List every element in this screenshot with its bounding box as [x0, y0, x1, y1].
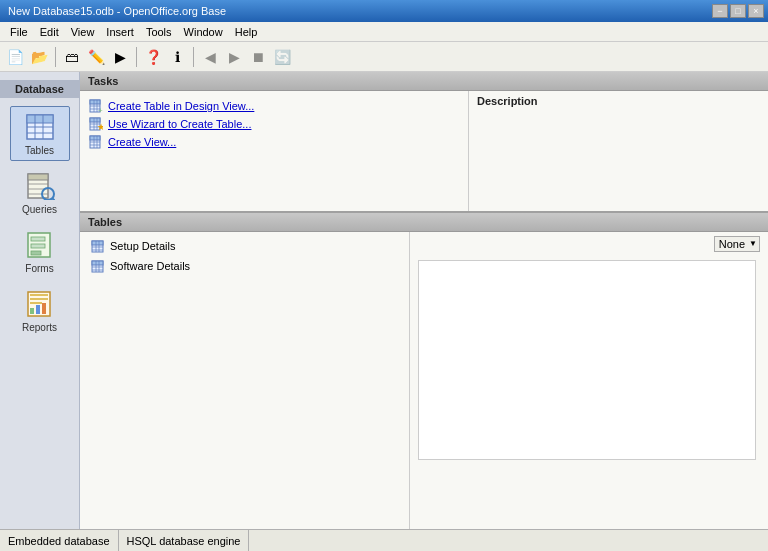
menu-insert[interactable]: Insert: [100, 24, 140, 40]
svg-text:★: ★: [97, 122, 103, 131]
window-title: New Database15.odb - OpenOffice.org Base: [4, 5, 226, 17]
svg-rect-20: [30, 302, 42, 304]
menu-view[interactable]: View: [65, 24, 101, 40]
toolbar: 📄 📂 🗃 ✏️ ▶ ❓ ℹ ◀ ▶ ⏹ 🔄: [0, 42, 768, 72]
status-right: HSQL database engine: [119, 530, 250, 551]
status-left: Embedded database: [0, 530, 119, 551]
db-new-button[interactable]: 🗃: [61, 46, 83, 68]
tasks-header: Tasks: [80, 72, 768, 91]
svg-rect-25: [90, 100, 100, 104]
db-open-button[interactable]: ▶: [109, 46, 131, 68]
main-area: Database Tables: [0, 72, 768, 529]
toolbar-sep-1: [55, 47, 56, 67]
open-button[interactable]: 📂: [28, 46, 50, 68]
sidebar-item-queries[interactable]: Queries: [10, 165, 70, 220]
task-create-design-icon: +: [88, 98, 104, 114]
new-button[interactable]: 📄: [4, 46, 26, 68]
menu-file[interactable]: File: [4, 24, 34, 40]
menu-bar: File Edit View Insert Tools Window Help: [0, 22, 768, 42]
tables-list: Setup Details: [80, 232, 410, 529]
menu-help[interactable]: Help: [229, 24, 264, 40]
db-edit-button[interactable]: ✏️: [85, 46, 107, 68]
tasks-area: + Create Table in Design View...: [80, 91, 768, 213]
description-panel: Description: [468, 91, 768, 211]
table-software-label: Software Details: [110, 260, 190, 272]
task-create-view-icon: [88, 134, 104, 150]
menu-tools[interactable]: Tools: [140, 24, 178, 40]
sidebar-item-reports[interactable]: Reports: [10, 283, 70, 338]
svg-rect-39: [90, 136, 100, 140]
svg-rect-16: [31, 251, 41, 255]
svg-rect-1: [27, 115, 53, 123]
tables-section-header: Tables: [80, 213, 768, 232]
status-bar: Embedded database HSQL database engine: [0, 529, 768, 551]
table-setup-label: Setup Details: [110, 240, 175, 252]
svg-rect-45: [92, 241, 103, 245]
sidebar-item-reports-label: Reports: [22, 322, 57, 333]
tables-icon: [24, 111, 56, 143]
window-controls: − □ ×: [712, 4, 764, 18]
maximize-button[interactable]: □: [730, 4, 746, 18]
svg-rect-19: [30, 298, 48, 300]
svg-rect-7: [28, 174, 48, 180]
task-wizard-icon: ★: [88, 116, 104, 132]
table-preview-panel: None ▼: [410, 232, 768, 529]
svg-text:+: +: [98, 106, 103, 113]
help-button[interactable]: ❓: [142, 46, 164, 68]
sidebar-item-forms-label: Forms: [25, 263, 53, 274]
nav-forward-button[interactable]: ▶: [223, 46, 245, 68]
info-button[interactable]: ℹ: [166, 46, 188, 68]
reports-icon: [24, 288, 56, 320]
content-area: Tasks +: [80, 72, 768, 529]
svg-rect-51: [92, 261, 103, 265]
task-wizard-label: Use Wizard to Create Table...: [108, 118, 251, 130]
nav-stop-button[interactable]: ⏹: [247, 46, 269, 68]
svg-rect-14: [31, 237, 45, 241]
svg-rect-22: [36, 305, 40, 314]
forms-icon: [24, 229, 56, 261]
sidebar-item-forms[interactable]: Forms: [10, 224, 70, 279]
tasks-section: Tasks +: [80, 72, 768, 213]
task-wizard[interactable]: ★ Use Wizard to Create Table...: [88, 115, 460, 133]
tables-section: Tables: [80, 213, 768, 529]
sidebar-item-tables-label: Tables: [25, 145, 54, 156]
sidebar-item-tables[interactable]: Tables: [10, 106, 70, 161]
minimize-button[interactable]: −: [712, 4, 728, 18]
tables-content: Setup Details: [80, 232, 768, 529]
task-create-design-label: Create Table in Design View...: [108, 100, 254, 112]
close-button[interactable]: ×: [748, 4, 764, 18]
table-item-software[interactable]: Software Details: [88, 256, 401, 276]
table-item-setup[interactable]: Setup Details: [88, 236, 401, 256]
table-software-icon: [90, 258, 106, 274]
dropdown-arrow-icon: ▼: [749, 239, 757, 248]
toolbar-sep-3: [193, 47, 194, 67]
svg-rect-15: [31, 244, 45, 248]
task-create-design[interactable]: + Create Table in Design View...: [88, 97, 460, 115]
queries-icon: [24, 170, 56, 202]
nav-reload-button[interactable]: 🔄: [271, 46, 293, 68]
preview-dropdown-button[interactable]: None ▼: [714, 236, 760, 252]
table-setup-icon: [90, 238, 106, 254]
svg-line-12: [52, 198, 55, 200]
description-label: Description: [477, 95, 760, 107]
task-create-view-label: Create View...: [108, 136, 176, 148]
preview-dropdown-value: None: [719, 238, 745, 250]
menu-window[interactable]: Window: [178, 24, 229, 40]
table-preview-box: [418, 260, 756, 460]
sidebar-section-label: Database: [0, 80, 79, 98]
tasks-list: + Create Table in Design View...: [80, 91, 468, 211]
preview-dropdown[interactable]: None ▼: [714, 236, 760, 252]
svg-rect-18: [30, 294, 48, 296]
nav-back-button[interactable]: ◀: [199, 46, 221, 68]
sidebar-item-queries-label: Queries: [22, 204, 57, 215]
title-bar: New Database15.odb - OpenOffice.org Base…: [0, 0, 768, 22]
toolbar-sep-2: [136, 47, 137, 67]
sidebar: Database Tables: [0, 72, 80, 529]
menu-edit[interactable]: Edit: [34, 24, 65, 40]
svg-rect-21: [30, 308, 34, 314]
svg-rect-23: [42, 303, 46, 314]
task-create-view[interactable]: Create View...: [88, 133, 460, 151]
